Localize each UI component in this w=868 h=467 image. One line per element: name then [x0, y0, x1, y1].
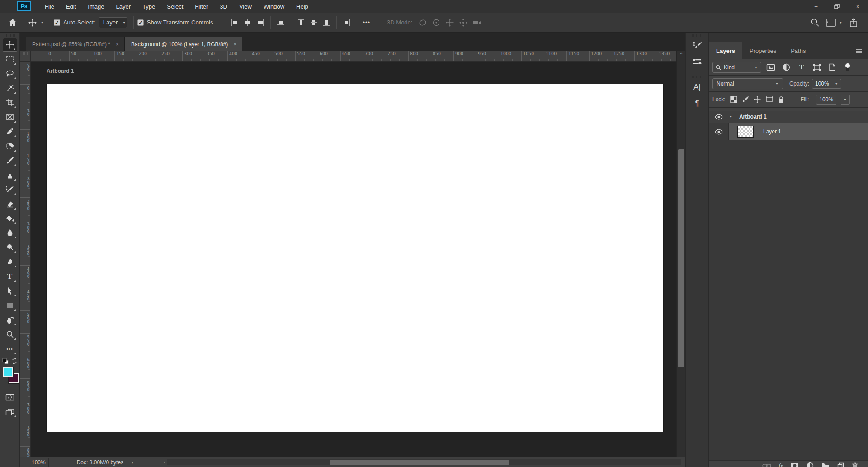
menu-item[interactable]: View	[233, 1, 258, 12]
minimize-button[interactable]: –	[806, 0, 826, 13]
adjustment-layer-button[interactable]	[807, 462, 814, 467]
move-tool[interactable]	[3, 38, 17, 52]
tab-properties[interactable]: Properties	[742, 42, 783, 59]
frame-tool[interactable]	[3, 110, 17, 124]
menu-item[interactable]: Layer	[110, 1, 137, 12]
eyedropper-tool[interactable]	[3, 125, 17, 138]
paint-bucket-tool[interactable]	[3, 212, 17, 225]
fill-value[interactable]: 100%	[816, 95, 836, 105]
scroll-up-arrow[interactable]: ⌃	[677, 52, 686, 57]
visibility-toggle[interactable]	[709, 111, 729, 123]
distribute-bottom-button[interactable]	[320, 16, 333, 29]
link-layers-icon[interactable]	[762, 463, 771, 467]
zoom-tool[interactable]	[3, 328, 17, 341]
distribute-horizontal-button[interactable]	[340, 16, 353, 29]
menu-item[interactable]: File	[39, 1, 60, 12]
auto-select-dropdown[interactable]: Layer▼	[99, 17, 127, 28]
lock-transparency-icon[interactable]	[730, 96, 737, 103]
align-center-horizontal-button[interactable]	[241, 16, 254, 29]
menu-item[interactable]: Type	[137, 1, 161, 12]
canvas-area[interactable]: Artboard 1	[31, 62, 676, 457]
delete-layer-button[interactable]	[852, 462, 858, 467]
ruler-corner[interactable]	[20, 51, 31, 62]
filter-adjustment-layers-icon[interactable]	[780, 63, 792, 71]
spot-healing-brush-tool[interactable]	[3, 139, 17, 153]
panel-grip[interactable]	[5, 34, 15, 37]
document-tab-pattern[interactable]: Pattern.psd @ 856% (RGB/8#) * ×	[26, 37, 125, 51]
hand-tool[interactable]	[3, 313, 17, 327]
brushes-panel-icon[interactable]	[689, 55, 705, 69]
screen-mode-button[interactable]	[3, 405, 17, 419]
horizontal-scrollbar[interactable]: ‹ ›	[164, 459, 681, 466]
filter-kind-dropdown[interactable]: Kind ▼	[712, 62, 761, 73]
lock-all-icon[interactable]	[778, 96, 784, 103]
lasso-tool[interactable]	[3, 67, 17, 81]
search-icon[interactable]	[811, 18, 820, 27]
vertical-scrollbar-thumb[interactable]	[678, 149, 684, 367]
pen-tool[interactable]	[3, 255, 17, 269]
layer-thumbnail[interactable]	[736, 125, 755, 138]
menu-item[interactable]: Edit	[60, 1, 82, 12]
new-layer-button[interactable]	[837, 462, 844, 467]
crop-tool[interactable]	[3, 96, 17, 110]
artboard-row[interactable]: ▼ Artboard 1	[709, 111, 868, 123]
artboard-label[interactable]: Artboard 1	[47, 68, 74, 74]
lock-pixels-icon[interactable]	[742, 96, 749, 103]
scroll-left-arrow[interactable]: ‹	[164, 460, 165, 465]
close-tab-icon[interactable]: ×	[232, 41, 237, 48]
show-transform-checkbox[interactable]: ✓	[137, 19, 144, 26]
align-left-button[interactable]	[229, 16, 241, 29]
close-tab-icon[interactable]: ×	[115, 41, 120, 48]
edit-toolbar-button[interactable]: •••	[3, 342, 17, 356]
status-menu-chevron[interactable]: ›	[132, 460, 133, 465]
share-icon[interactable]	[849, 18, 858, 28]
dodge-tool[interactable]	[3, 241, 17, 254]
layer-name[interactable]: Layer 1	[763, 129, 781, 135]
opacity-value[interactable]: 100%	[812, 79, 832, 89]
artboard-name[interactable]: Artboard 1	[739, 114, 767, 120]
auto-select-checkbox[interactable]: ✓	[54, 19, 60, 26]
opacity-chevron[interactable]: ▼	[832, 79, 841, 89]
menu-item[interactable]: Select	[161, 1, 189, 12]
menu-item[interactable]: Image	[82, 1, 110, 12]
filter-type-layers-icon[interactable]: T	[796, 63, 807, 71]
align-right-button[interactable]	[254, 16, 267, 29]
object-selection-tool[interactable]	[3, 81, 17, 95]
quick-mask-button[interactable]	[3, 391, 17, 404]
expand-collapse-icon[interactable]: ▼	[729, 115, 733, 119]
history-brush-tool[interactable]	[3, 183, 17, 196]
move-tool-preset[interactable]	[27, 17, 38, 29]
fill-chevron[interactable]: ▼	[841, 95, 850, 105]
menu-item[interactable]: Window	[258, 1, 290, 12]
workspace-switcher[interactable]: ▼	[826, 19, 843, 27]
home-button[interactable]	[6, 16, 19, 29]
tab-paths[interactable]: Paths	[783, 42, 813, 59]
zoom-level-field[interactable]: 100%	[29, 458, 49, 467]
panel-menu-icon[interactable]	[855, 48, 863, 54]
more-options-button[interactable]: •••	[361, 17, 372, 28]
new-group-button[interactable]	[821, 462, 830, 467]
filter-pixel-layers-icon[interactable]	[765, 64, 777, 71]
horizontal-scrollbar-track[interactable]	[167, 459, 681, 465]
lock-artboard-icon[interactable]	[765, 96, 774, 103]
restore-button[interactable]	[826, 0, 847, 13]
align-bottom-button[interactable]	[274, 16, 287, 29]
path-selection-tool[interactable]	[3, 284, 17, 298]
artboard[interactable]	[47, 84, 663, 432]
tab-layers[interactable]: Layers	[709, 42, 742, 59]
vertical-scrollbar[interactable]: ⌃	[676, 51, 685, 457]
menu-item[interactable]: Filter	[189, 1, 214, 12]
blend-mode-dropdown[interactable]: Normal ▼	[712, 78, 783, 89]
close-button[interactable]: x	[847, 0, 868, 13]
distribute-middle-button[interactable]	[307, 16, 320, 29]
panel-grip[interactable]	[692, 34, 702, 37]
menu-item[interactable]: 3D	[214, 1, 233, 12]
swap-colors-icon[interactable]	[11, 358, 18, 364]
type-tool[interactable]: T	[3, 270, 17, 283]
lock-position-icon[interactable]	[754, 96, 761, 103]
clone-stamp-tool[interactable]	[3, 168, 17, 182]
brush-tool[interactable]	[3, 154, 17, 167]
chevron-down-icon[interactable]: ▼	[40, 21, 44, 24]
filter-toggle-pill[interactable]	[842, 63, 854, 72]
layer-effects-button[interactable]: fx	[779, 462, 783, 467]
